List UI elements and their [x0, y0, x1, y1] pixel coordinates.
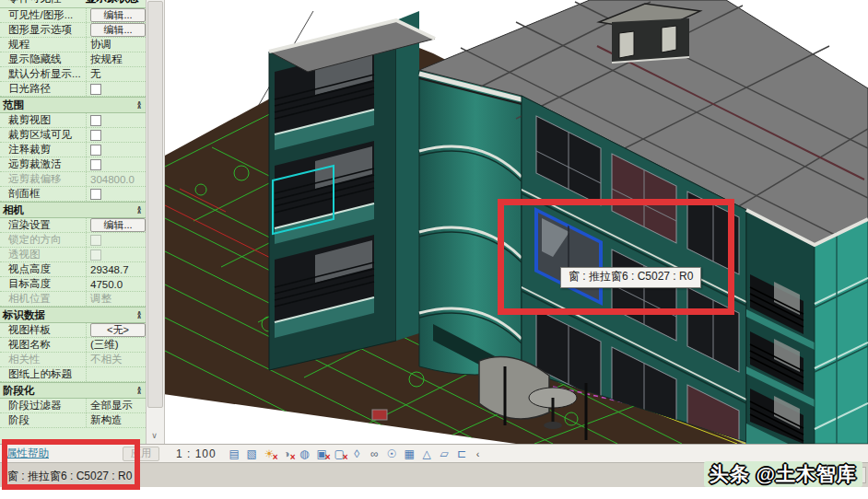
highlight-displacement-sets-icon[interactable]: ▱	[438, 447, 452, 461]
checkbox[interactable]	[90, 130, 101, 141]
property-row: 透视图	[0, 248, 146, 262]
property-row: 裁剪视图	[0, 113, 146, 128]
property-row-partial: 零件可见性显示原状态	[0, 0, 146, 8]
annotation-box-status	[2, 439, 140, 490]
temporary-view-properties-icon[interactable]: ▦	[403, 447, 416, 461]
unlocked-3d-view-icon[interactable]: ◊	[350, 447, 364, 461]
palette-scrollbar[interactable]: ∨	[146, 0, 165, 444]
cad-red-pad	[372, 410, 387, 420]
properties-palette: 零件可见性显示原状态可见性/图形...编辑...图形显示选项编辑...规程协调显…	[0, 0, 147, 444]
section-header: 标识数据∧∧	[0, 307, 146, 323]
revit-window: { "colors": { "palette_bg": "#dcefd6", "…	[0, 0, 868, 499]
show-rendering-dialog-icon[interactable]: ◍	[298, 447, 311, 461]
collapse-arrow-icon[interactable]: ‹	[476, 448, 480, 459]
property-value: 304800.0	[87, 172, 146, 186]
property-row: 裁剪区域可见	[0, 128, 146, 143]
section-header: 相机∧∧	[0, 202, 146, 218]
property-row: 相机位置调整	[0, 292, 146, 307]
property-row: 视点高度29348.7	[0, 262, 146, 277]
property-value[interactable]: 29348.7	[87, 262, 146, 276]
section-header: 阶段化∧∧	[0, 382, 146, 399]
property-row: 阶段过滤器全部显示	[0, 399, 146, 413]
scrollbar-thumb[interactable]	[147, 1, 163, 408]
property-row: 剖面框	[0, 187, 146, 202]
visual-style-icon[interactable]: ▧	[245, 447, 259, 461]
property-row: 视图样板<无>	[0, 323, 146, 338]
right-wing	[746, 210, 868, 444]
collapse-section-icon[interactable]: ∧∧	[136, 311, 142, 319]
edit-button[interactable]: 编辑...	[90, 8, 146, 22]
property-value[interactable]: 全部显示	[87, 399, 146, 412]
checkbox	[90, 235, 101, 246]
property-row: 阶段新构造	[0, 413, 146, 428]
property-row: 视图名称(三维)	[0, 338, 146, 353]
collapse-section-icon[interactable]: ∧∧	[136, 387, 142, 394]
checkbox	[90, 250, 101, 261]
scrollbar-down-arrow[interactable]: ∨	[147, 429, 161, 442]
property-value[interactable]: 协调	[87, 38, 146, 52]
edit-button[interactable]: <无>	[90, 323, 146, 337]
property-row: 锁定的方向	[0, 233, 146, 248]
view-control-bar: 1 : 100 ▤▧☀×◑×◍▣×▢×◊∞☉▦△▱⊏ ‹	[163, 444, 868, 463]
section-header: 范围∧∧	[0, 97, 146, 113]
checkbox[interactable]	[90, 115, 101, 126]
property-row: 显示隐藏线按规程	[0, 52, 146, 67]
property-row: 相关性不相关	[0, 353, 146, 367]
watermark: 头条 @土木智库	[704, 461, 862, 487]
detail-level-icon[interactable]: ▤	[228, 447, 241, 461]
show-analytical-model-icon[interactable]: △	[420, 447, 434, 461]
checkbox[interactable]	[90, 159, 101, 170]
shadows-icon[interactable]: ◑×	[280, 447, 294, 461]
property-row: 目标高度4750.0	[0, 277, 146, 292]
checkbox[interactable]	[90, 84, 101, 95]
property-value[interactable]: 4750.0	[87, 277, 146, 291]
property-row: 图纸上的标题	[0, 367, 146, 382]
property-row: 可见性/图形...编辑...	[0, 8, 146, 23]
collapse-section-icon[interactable]: ∧∧	[136, 206, 142, 214]
property-row: 规程协调	[0, 38, 146, 52]
reveal-constraints-icon[interactable]: ⊏	[455, 447, 469, 461]
checkbox[interactable]	[90, 145, 101, 156]
view-scale-button[interactable]: 1 : 100	[176, 447, 217, 460]
annotation-box-window	[498, 199, 734, 315]
property-value[interactable]: 按规程	[87, 52, 146, 66]
property-value[interactable]: 无	[87, 67, 146, 81]
reveal-hidden-elements-icon[interactable]: ☉	[385, 447, 399, 461]
property-row: 图形显示选项编辑...	[0, 23, 146, 38]
property-value[interactable]: 新构造	[87, 413, 146, 427]
property-row: 远剪裁激活	[0, 157, 146, 172]
property-value[interactable]	[87, 367, 146, 381]
collapse-section-icon[interactable]: ∧∧	[136, 101, 142, 109]
crop-view-icon[interactable]: ▣×	[315, 447, 329, 461]
temporary-hide-isolate-icon[interactable]: ∞	[368, 447, 381, 461]
property-row: 默认分析显示...无	[0, 67, 146, 82]
property-value: 不相关	[87, 353, 146, 366]
checkbox[interactable]	[90, 189, 101, 200]
property-row: 渲染设置编辑...	[0, 218, 146, 233]
property-value: 调整	[87, 292, 146, 306]
property-row: 注释裁剪	[0, 143, 146, 157]
sun-path-icon[interactable]: ☀×	[263, 447, 276, 461]
tower-balconies	[275, 47, 374, 338]
property-row: 日光路径	[0, 82, 146, 97]
edit-button[interactable]: 编辑...	[90, 23, 146, 37]
property-value[interactable]: (三维)	[87, 338, 146, 352]
show-crop-region-icon[interactable]: ▢×	[333, 447, 346, 461]
property-row: 远剪裁偏移304800.0	[0, 172, 146, 187]
edit-button[interactable]: 编辑...	[90, 218, 146, 232]
